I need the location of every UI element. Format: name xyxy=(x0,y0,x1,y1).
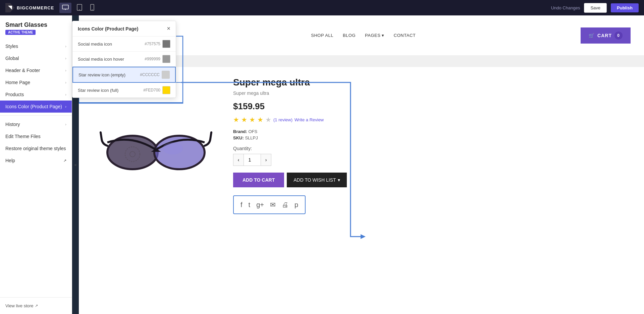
sidebar-item-restore[interactable]: Restore original theme styles xyxy=(0,142,72,154)
cart-button[interactable]: 🛒 CART 0 xyxy=(581,27,631,44)
star-5-empty: ★ xyxy=(265,116,271,124)
pinterest-icon[interactable]: p xyxy=(294,201,298,209)
sidebar-item-edit-theme-files[interactable]: Edit Theme Files xyxy=(0,130,72,142)
device-icons xyxy=(59,3,97,13)
nav-pages[interactable]: PAGES ▾ xyxy=(365,33,384,38)
social-share-bar: f t g+ ✉ 🖨 p xyxy=(233,195,306,214)
sidebar-divider xyxy=(0,115,72,116)
color-swatch-star-empty[interactable] xyxy=(162,71,170,79)
device-mobile-btn[interactable] xyxy=(88,3,97,13)
chevron-right-icon: › xyxy=(65,56,66,60)
color-swatch-social-icon-hover[interactable] xyxy=(162,55,170,63)
write-review-link[interactable]: Write a Review xyxy=(294,117,324,122)
color-row-star-full[interactable]: Star review icon (full) #FED700 xyxy=(72,83,176,98)
chevron-down-icon: ▾ xyxy=(382,33,384,38)
sidebar-bottom: View live store ↗ xyxy=(0,297,72,314)
svg-marker-18 xyxy=(361,234,366,239)
star-4: ★ xyxy=(257,116,263,124)
nav-contact[interactable]: CONTACT xyxy=(394,33,416,38)
color-row-social-media-icon-hover[interactable]: Social media icon hover #999999 xyxy=(72,52,176,67)
sidebar-item-products[interactable]: Products › xyxy=(0,88,72,101)
brand-value: OFS xyxy=(249,129,258,134)
device-tablet-btn[interactable] xyxy=(74,3,85,13)
save-button[interactable]: Save xyxy=(584,3,607,13)
device-desktop-btn[interactable] xyxy=(59,3,71,13)
view-live-store-label: View live store xyxy=(5,303,34,308)
left-sidebar: Smart Glasses ACTIVE THEME Styles › Glob… xyxy=(0,15,72,314)
sidebar-item-help-label: Help xyxy=(5,158,15,163)
toolbar-right: Undo Changes Save Publish xyxy=(551,3,639,13)
external-link-icon: ↗ xyxy=(63,159,66,163)
publish-button[interactable]: Publish xyxy=(611,3,639,12)
color-picker-popup: Icons Color (Product Page) × Social medi… xyxy=(72,21,176,98)
sidebar-item-styles[interactable]: Styles › xyxy=(0,40,72,52)
quantity-label: Quantity: xyxy=(233,146,631,151)
sidebar-item-global-label: Global xyxy=(5,56,19,61)
active-theme-badge: ACTIVE THEME xyxy=(5,30,36,35)
sidebar-item-history[interactable]: History › xyxy=(0,118,72,130)
color-value-social-icon: #757575 xyxy=(145,42,160,46)
sku-label: SKU: xyxy=(233,135,244,140)
brand-label: Brand: xyxy=(233,129,247,134)
quantity-decrease-button[interactable]: ‹ xyxy=(233,154,244,166)
color-swatch-star-full[interactable] xyxy=(162,86,170,94)
product-details: Super mega ultra Super mega ultra $159.9… xyxy=(233,77,631,214)
email-icon[interactable]: ✉ xyxy=(270,201,276,209)
undo-changes-button[interactable]: Undo Changes xyxy=(551,5,580,10)
twitter-icon[interactable]: t xyxy=(249,201,251,209)
bigcommerce-logo: BIGCOMMERCE xyxy=(5,3,54,12)
sidebar-item-icons-color[interactable]: Icons Color (Product Page) › xyxy=(0,101,72,113)
tablet-icon xyxy=(77,4,82,11)
popup-close-button[interactable]: × xyxy=(167,25,170,32)
product-stars: ★ ★ ★ ★ ★ (1 review) Write a Review xyxy=(233,116,631,124)
star-2: ★ xyxy=(241,116,247,124)
product-title: Super mega ultra xyxy=(233,77,631,88)
view-live-store-link[interactable]: View live store ↗ xyxy=(5,302,66,310)
chevron-right-icon: › xyxy=(65,68,66,72)
facebook-icon[interactable]: f xyxy=(240,201,243,209)
product-subtitle: Super mega ultra xyxy=(233,90,631,96)
nav-shop-all[interactable]: SHOP ALL xyxy=(311,33,333,38)
color-label-star-empty: Star review icon (empty) xyxy=(78,72,125,77)
color-swatch-social-icon[interactable] xyxy=(162,40,170,48)
collapse-sidebar-button[interactable]: « xyxy=(74,163,77,167)
color-label-star-full: Star review icon (full) xyxy=(78,88,118,93)
svg-point-14 xyxy=(163,142,183,154)
quantity-increase-button[interactable]: › xyxy=(261,154,271,166)
sidebar-item-global[interactable]: Global › xyxy=(0,52,72,64)
svg-point-6 xyxy=(79,9,80,10)
color-row-social-media-icon[interactable]: Social media icon #757575 xyxy=(72,37,176,52)
wishlist-label: ADD TO WISH LIST xyxy=(293,177,336,183)
chevron-right-icon: › xyxy=(65,122,66,126)
svg-rect-2 xyxy=(62,5,68,9)
product-image xyxy=(99,112,213,179)
sidebar-item-home-page-label: Home Page xyxy=(5,80,30,85)
sidebar-item-home-page[interactable]: Home Page › xyxy=(0,76,72,88)
review-count[interactable]: (1 review) xyxy=(273,117,292,122)
color-value-star-empty: #CCCCCC xyxy=(140,72,160,77)
sidebar-item-header-footer[interactable]: Header & Footer › xyxy=(0,64,72,76)
add-to-cart-button[interactable]: ADD TO CART xyxy=(233,173,284,187)
sidebar-item-restore-label: Restore original theme styles xyxy=(5,146,66,151)
btn-row: ADD TO CART ADD TO WISH LIST ▾ xyxy=(233,173,631,187)
google-plus-icon[interactable]: g+ xyxy=(256,201,264,209)
sidebar-header: Smart Glasses ACTIVE THEME xyxy=(0,15,72,38)
sidebar-item-help[interactable]: Help ↗ xyxy=(0,154,72,167)
add-to-wishlist-button[interactable]: ADD TO WISH LIST ▾ xyxy=(287,173,347,187)
color-label-social-icon-hover: Social media icon hover xyxy=(78,57,124,62)
sidebar-item-edit-theme-files-label: Edit Theme Files xyxy=(5,134,41,139)
sidebar-item-history-label: History xyxy=(5,122,20,127)
star-1: ★ xyxy=(233,116,239,124)
chevron-right-icon: › xyxy=(65,92,66,97)
sku-value: SLLPJ xyxy=(245,135,258,140)
color-row-star-empty[interactable]: Star review icon (empty) #CCCCCC xyxy=(72,67,176,83)
quantity-input[interactable] xyxy=(244,154,261,166)
sidebar-item-header-footer-label: Header & Footer xyxy=(5,68,40,73)
print-icon[interactable]: 🖨 xyxy=(282,201,288,209)
color-value-star-full: #FED700 xyxy=(143,88,160,92)
product-meta: Brand: OFS SKU: SLLPJ xyxy=(233,129,631,140)
sidebar-title: Smart Glasses xyxy=(5,21,66,28)
nav-blog[interactable]: BLOG xyxy=(343,33,356,38)
product-price: $159.95 xyxy=(233,101,631,112)
cart-label: CART xyxy=(597,33,612,38)
